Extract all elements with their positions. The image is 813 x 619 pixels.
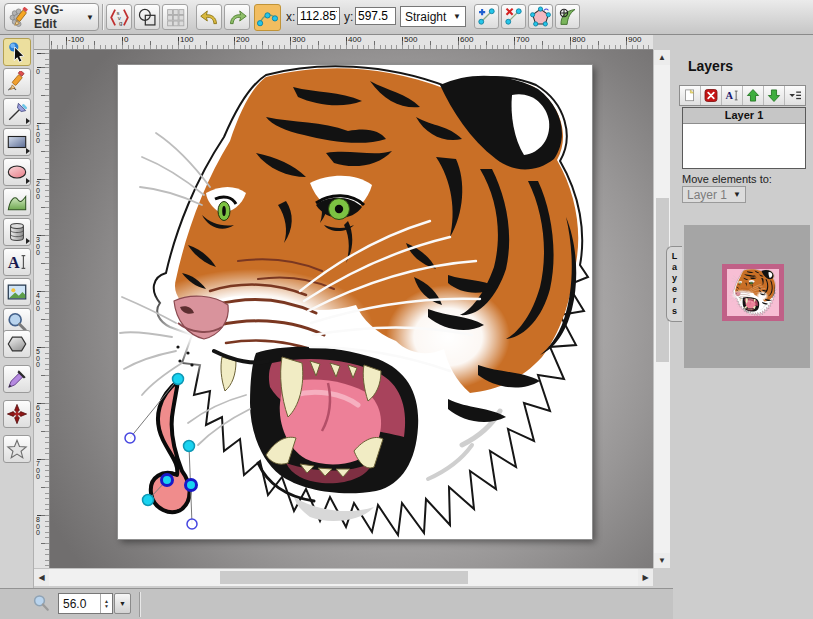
add-node-button[interactable] [474, 4, 499, 29]
star-tool-button[interactable] [3, 435, 31, 463]
horizontal-scroll-thumb[interactable] [220, 571, 468, 584]
eyedropper-tool-button[interactable] [3, 365, 31, 393]
redo-button[interactable] [224, 4, 250, 30]
statusbar-separator [139, 592, 140, 617]
ruler-label: -100 [68, 35, 84, 44]
grid-icon [165, 7, 186, 28]
line-tool-icon [6, 101, 28, 123]
path-control-handle[interactable] [125, 433, 135, 443]
horizontal-scrollbar[interactable]: ◀ ▶ [34, 568, 653, 586]
eyedropper-tool-icon [6, 368, 28, 390]
select-tool-icon [6, 41, 28, 63]
y-coordinate-label: y: [344, 10, 353, 24]
ellipse-tool-icon [6, 161, 28, 183]
zoom-level-value: 56.0 [59, 597, 100, 611]
top-ruler: -10001002003004005006007008009001000 [50, 35, 653, 50]
submenu-arrow-icon [26, 118, 30, 124]
path-control-handle[interactable] [187, 519, 197, 529]
new-layer-icon [682, 88, 698, 103]
path-node-selected[interactable] [186, 480, 197, 491]
path-node-selected[interactable] [162, 475, 173, 486]
ruler-label: 600 [36, 405, 40, 425]
ruler-label: 200 [36, 181, 40, 201]
node-edit-icon [257, 7, 278, 28]
layers-panel-toggle-tab[interactable]: Layers [666, 246, 682, 322]
layer-menu-icon [787, 88, 803, 103]
layer-menu-button[interactable] [785, 86, 805, 105]
path-node[interactable] [184, 441, 195, 452]
open-close-path-button[interactable] [528, 4, 553, 29]
line-tool-button[interactable] [3, 98, 31, 126]
rect-tool-icon [6, 131, 28, 153]
ellipse-tool-button[interactable] [3, 158, 31, 186]
select-tool-button[interactable] [3, 38, 31, 66]
scroll-right-button[interactable]: ▶ [638, 569, 653, 586]
delete-node-button[interactable] [501, 4, 526, 29]
star-tool-icon [6, 438, 28, 460]
convert-to-path-button[interactable] [555, 4, 580, 29]
move-layer-down-icon [766, 88, 782, 103]
move-layer-up-button[interactable] [743, 86, 764, 105]
left-toolbar: A [0, 35, 34, 588]
zoom-spinner-arrows[interactable]: ▲▼ [100, 594, 112, 613]
image-tool-button[interactable] [3, 278, 31, 306]
y-coordinate-input[interactable] [355, 7, 396, 25]
ruler-label: 500 [404, 35, 417, 44]
rename-layer-button[interactable]: A [722, 86, 743, 105]
move-layer-down-button[interactable] [764, 86, 785, 105]
wireframe-shapes-button[interactable] [134, 4, 160, 30]
main-menu-button[interactable]: SVG-Edit ▼ [4, 3, 99, 31]
zoom-icon [32, 594, 50, 612]
ruler-label: 400 [36, 293, 40, 313]
rect-tool-button[interactable] [3, 128, 31, 156]
delete-layer-button[interactable] [701, 86, 722, 105]
shape-library-tool-button[interactable] [3, 218, 31, 246]
ruler-label: 800 [36, 517, 40, 537]
move-layer-up-icon [745, 88, 761, 103]
text-tool-button[interactable]: A [3, 248, 31, 276]
path-node[interactable] [143, 495, 154, 506]
scroll-left-button[interactable]: ◀ [34, 569, 49, 586]
layer-preview-area [684, 225, 810, 368]
node-edit-button[interactable] [254, 4, 281, 31]
svg-edit-logo-icon [9, 7, 30, 28]
submenu-arrow-icon [26, 238, 30, 244]
segment-type-value: Straight [405, 10, 446, 24]
layers-panel: Layers A Layer 1 Move elements to: Layer… [673, 35, 813, 619]
drawing-canvas[interactable] [118, 65, 592, 539]
layer-buttons-row: A [679, 85, 806, 106]
path-tool-button[interactable] [3, 188, 31, 216]
scroll-up-button[interactable]: ▲ [654, 50, 670, 65]
grid-button[interactable] [162, 4, 188, 30]
polygon-tool-button[interactable] [3, 330, 31, 358]
rename-layer-icon: A [724, 88, 740, 103]
layers-panel-title: Layers [688, 58, 733, 74]
left-ruler: 0100200300400500600700800900 [34, 50, 50, 568]
pencil-tool-button[interactable] [3, 68, 31, 96]
move-elements-select[interactable]: Layer 1 ▼ [682, 186, 746, 203]
zoom-level-spinner[interactable]: 56.0 ▲▼ [58, 593, 113, 614]
star-shape-tool-button[interactable] [3, 400, 31, 428]
move-elements-label: Move elements to: [682, 173, 772, 185]
submenu-arrow-icon [26, 178, 30, 184]
star-shape-tool-icon [6, 403, 28, 425]
pencil-tool-icon [6, 71, 28, 93]
scroll-down-button[interactable]: ▼ [654, 553, 670, 568]
source-code-button[interactable]: svg [106, 4, 132, 30]
ruler-label: 400 [348, 35, 361, 44]
layer-list-header[interactable]: Layer 1 [683, 108, 805, 124]
path-node[interactable] [173, 374, 184, 385]
ruler-label: 100 [36, 125, 40, 145]
layer-list[interactable]: Layer 1 [682, 107, 806, 169]
x-coordinate-input[interactable] [297, 7, 340, 25]
svg-text:A: A [8, 253, 20, 272]
undo-button[interactable] [196, 4, 222, 30]
polygon-tool-icon [6, 333, 28, 355]
open-close-path-icon [530, 6, 551, 27]
image-tool-icon [6, 281, 28, 303]
ruler-label: 0 [124, 35, 128, 44]
ruler-corner [34, 35, 50, 50]
new-layer-button[interactable] [680, 86, 701, 105]
segment-type-select[interactable]: Straight ▼ [400, 6, 466, 27]
zoom-preset-dropdown[interactable]: ▼ [114, 593, 131, 614]
